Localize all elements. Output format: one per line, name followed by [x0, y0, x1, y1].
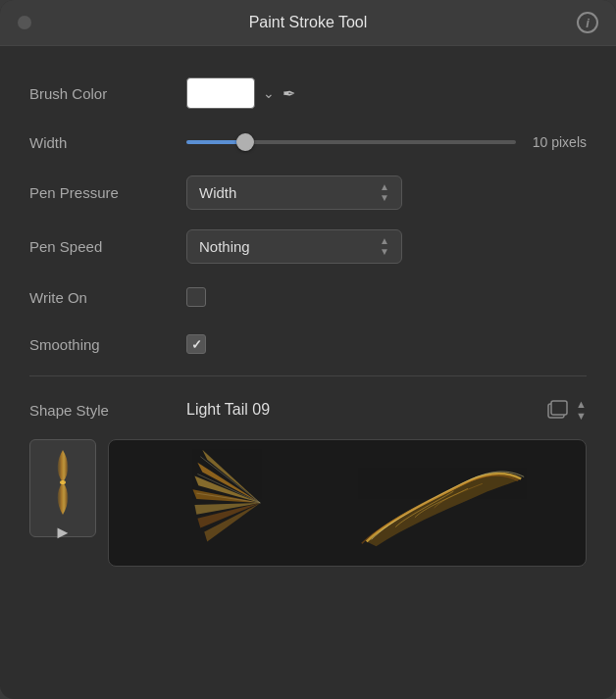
layers-button[interactable] — [542, 396, 570, 424]
close-button[interactable] — [18, 16, 31, 29]
smoothing-checkbox[interactable]: ✓ — [186, 334, 206, 354]
pen-pressure-control: Width ▲ ▼ — [186, 175, 587, 210]
smoothing-control: ✓ — [186, 334, 587, 354]
smoothing-label: Smoothing — [29, 336, 186, 353]
thumbnail-svg — [43, 448, 82, 517]
preview-thumbnail: ► — [29, 439, 96, 537]
content-area: Brush Color ⌄ ✒ Width 10 pixels Pen Pres… — [0, 46, 616, 604]
play-button[interactable]: ► — [54, 523, 72, 543]
pen-pressure-dropdown[interactable]: Width ▲ ▼ — [186, 175, 402, 210]
eyedropper-icon[interactable]: ✒ — [282, 84, 295, 103]
smoothing-row: Smoothing ✓ — [29, 321, 587, 368]
pen-pressure-arrows: ▲ ▼ — [380, 182, 389, 203]
shape-style-arrows[interactable]: ▲ ▼ — [576, 399, 587, 422]
width-control: 10 pixels — [186, 134, 587, 150]
pen-speed-arrows: ▲ ▼ — [380, 236, 389, 257]
pen-speed-row: Pen Speed Nothing ▲ ▼ — [29, 220, 587, 274]
panel-title: Paint Stroke Tool — [249, 14, 368, 31]
svg-rect-1 — [551, 401, 567, 415]
shape-style-value: Light Tail 09 — [186, 401, 542, 419]
width-slider-thumb[interactable] — [236, 133, 254, 151]
write-on-row: Write On — [29, 274, 587, 321]
panel: Paint Stroke Tool i Brush Color ⌄ ✒ Widt… — [0, 0, 616, 699]
width-label: Width — [29, 134, 186, 151]
pen-speed-control: Nothing ▲ ▼ — [186, 229, 587, 264]
pen-pressure-value: Width — [199, 184, 236, 201]
color-dropdown-chevron[interactable]: ⌄ — [263, 85, 275, 101]
width-row: Width 10 pixels — [29, 119, 587, 166]
divider — [29, 375, 587, 376]
brush-color-label: Brush Color — [29, 85, 186, 102]
thumbnail-shape — [36, 448, 89, 517]
color-swatch[interactable] — [186, 77, 255, 109]
write-on-label: Write On — [29, 289, 186, 306]
shape-style-row: Shape Style Light Tail 09 ▲ ▼ — [29, 384, 587, 435]
brush-color-control: ⌄ ✒ — [186, 77, 587, 109]
width-value: 10 pixels — [528, 134, 587, 150]
write-on-checkbox[interactable] — [186, 287, 206, 307]
preview-area: ► — [29, 435, 587, 582]
shape-style-controls: ▲ ▼ — [542, 396, 587, 424]
brush-preview-svg — [109, 440, 586, 566]
title-bar: Paint Stroke Tool i — [0, 0, 616, 46]
shape-style-label: Shape Style — [29, 402, 186, 419]
info-button[interactable]: i — [577, 12, 598, 33]
svg-point-2 — [60, 480, 66, 484]
pen-speed-dropdown[interactable]: Nothing ▲ ▼ — [186, 229, 402, 264]
layers-icon — [542, 396, 570, 424]
write-on-control — [186, 287, 587, 307]
checkmark-icon: ✓ — [191, 337, 202, 352]
brush-color-row: Brush Color ⌄ ✒ — [29, 68, 587, 119]
pen-speed-label: Pen Speed — [29, 238, 186, 255]
pen-pressure-label: Pen Pressure — [29, 184, 186, 201]
pen-speed-value: Nothing — [199, 238, 250, 255]
pen-pressure-row: Pen Pressure Width ▲ ▼ — [29, 166, 587, 220]
width-slider-track[interactable] — [186, 140, 516, 144]
preview-main — [108, 439, 587, 567]
